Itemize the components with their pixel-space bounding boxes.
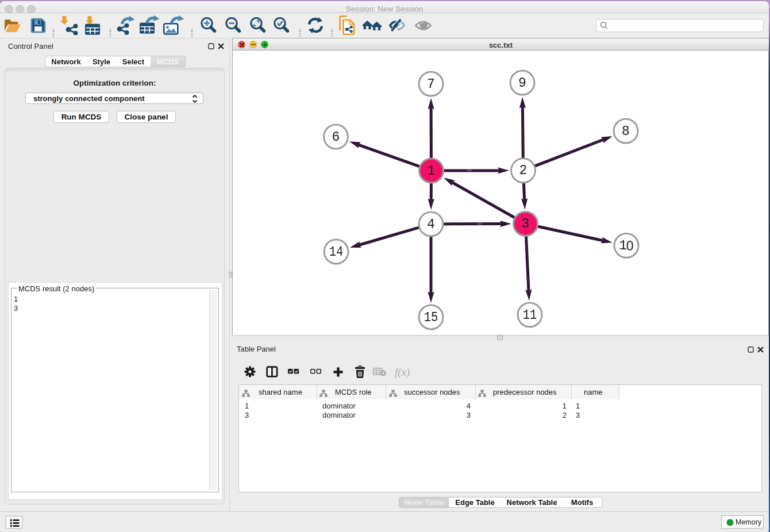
svg-text:0: 0 xyxy=(626,238,634,253)
svg-text:4: 4 xyxy=(427,217,435,232)
svg-text:1: 1 xyxy=(428,164,436,179)
svg-text:2: 2 xyxy=(519,163,528,178)
svg-text:3: 3 xyxy=(522,217,530,232)
svg-text:15: 15 xyxy=(424,310,438,325)
svg-text:6: 6 xyxy=(332,130,340,145)
svg-text:11: 11 xyxy=(523,308,537,323)
svg-text:9: 9 xyxy=(518,76,526,91)
svg-text:7: 7 xyxy=(427,77,435,92)
svg-text:14: 14 xyxy=(329,245,344,260)
svg-text:8: 8 xyxy=(622,124,630,139)
